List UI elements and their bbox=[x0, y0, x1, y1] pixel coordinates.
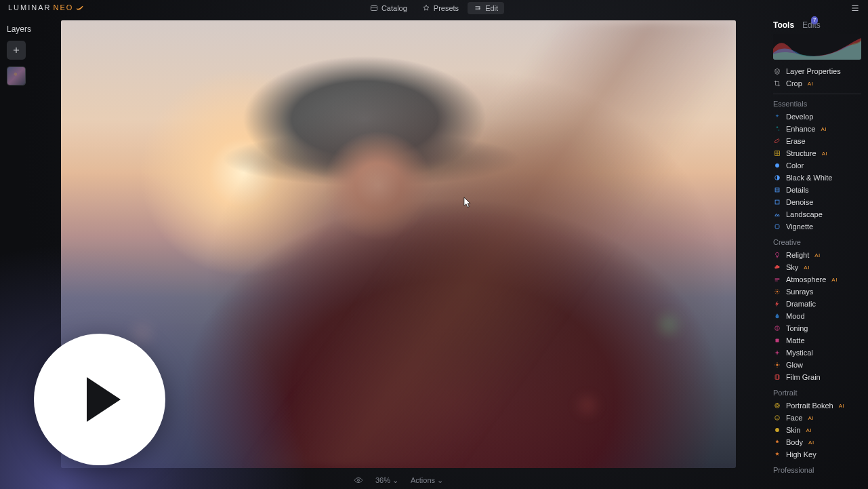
crop-icon bbox=[773, 79, 781, 87]
tool-body[interactable]: BodyAI bbox=[773, 436, 861, 448]
vignette-icon bbox=[773, 222, 781, 231]
nav-catalog[interactable]: Catalog bbox=[364, 2, 413, 14]
svg-rect-7 bbox=[775, 200, 779, 204]
landscape-icon bbox=[773, 210, 781, 218]
crop-ai-badge: AI bbox=[808, 81, 814, 87]
panel-tab-tools[interactable]: Tools bbox=[773, 20, 794, 30]
tool-develop[interactable]: Develop bbox=[773, 111, 861, 123]
section-header-portrait: Portrait bbox=[773, 389, 861, 397]
actions-dropdown[interactable]: Actions ⌄ bbox=[411, 476, 443, 485]
tool-label: Film Grain bbox=[786, 373, 821, 381]
tool-mystical[interactable]: Mystical bbox=[773, 347, 861, 359]
nav-edit[interactable]: Edit bbox=[468, 2, 504, 14]
tool-denoise[interactable]: Denoise bbox=[773, 196, 861, 208]
body-icon bbox=[773, 438, 781, 446]
tool-sky[interactable]: SkyAI bbox=[773, 261, 861, 273]
tool-label: Dramatic bbox=[786, 300, 816, 308]
tool-label: Structure bbox=[786, 149, 817, 157]
nav-presets[interactable]: Presets bbox=[416, 2, 465, 14]
layers-header: Layers bbox=[7, 24, 54, 34]
filmgrain-icon bbox=[773, 373, 781, 381]
ai-badge: AI bbox=[839, 403, 845, 409]
panel-tabs: 7 ToolsEdits bbox=[773, 20, 861, 30]
tool-label: Mood bbox=[786, 312, 805, 320]
actions-label: Actions ⌄ bbox=[411, 476, 443, 485]
tool-color[interactable]: Color bbox=[773, 159, 861, 172]
tool-bw[interactable]: Black & White bbox=[773, 172, 861, 184]
svg-point-12 bbox=[776, 364, 778, 366]
tool-label: Atmosphere bbox=[786, 275, 826, 283]
svg-point-4 bbox=[775, 163, 779, 168]
details-icon bbox=[773, 186, 781, 194]
tool-highkey[interactable]: High Key bbox=[773, 448, 861, 461]
nav-label: Catalog bbox=[381, 4, 407, 12]
tool-filmgrain[interactable]: Film Grain bbox=[773, 371, 861, 383]
tool-relight[interactable]: RelightAI bbox=[773, 249, 861, 261]
tool-label: Erase bbox=[786, 137, 806, 145]
sky-icon bbox=[773, 263, 781, 271]
tool-vignette[interactable]: Vignette bbox=[773, 220, 861, 233]
zoom-dropdown[interactable]: 36% ⌄ bbox=[375, 476, 398, 485]
mystical-icon bbox=[773, 349, 781, 357]
nav-label: Presets bbox=[434, 4, 459, 12]
section-header-creative: Creative bbox=[773, 238, 861, 246]
skin-icon bbox=[773, 426, 781, 434]
toning-icon bbox=[773, 324, 781, 332]
svg-rect-0 bbox=[371, 6, 377, 11]
top-nav: CatalogPresetsEdit bbox=[364, 2, 504, 14]
bw-icon bbox=[773, 174, 781, 182]
ai-badge: AI bbox=[822, 151, 828, 157]
dramatic-icon bbox=[773, 300, 781, 308]
tool-label: Sunrays bbox=[786, 288, 813, 296]
nav-label: Edit bbox=[485, 4, 498, 12]
erase-icon bbox=[773, 137, 781, 145]
ai-badge: AI bbox=[808, 415, 814, 421]
play-video-button[interactable] bbox=[34, 334, 165, 465]
brand-bird-icon bbox=[75, 3, 85, 12]
tool-skin[interactable]: SkinAI bbox=[773, 424, 861, 436]
tool-label: Glow bbox=[786, 361, 803, 369]
tool-bokeh[interactable]: Portrait BokehAI bbox=[773, 399, 861, 412]
tool-face[interactable]: FaceAI bbox=[773, 412, 861, 424]
tool-atmosphere[interactable]: AtmosphereAI bbox=[773, 273, 861, 286]
histogram[interactable] bbox=[773, 34, 861, 60]
main-menu-button[interactable] bbox=[850, 3, 860, 13]
tool-label: Toning bbox=[786, 324, 808, 332]
tool-label: Portrait Bokeh bbox=[786, 402, 833, 410]
tool-enhance[interactable]: EnhanceAI bbox=[773, 123, 861, 135]
tool-toning[interactable]: Toning bbox=[773, 322, 861, 334]
tool-glow[interactable]: Glow bbox=[773, 359, 861, 371]
tool-label: Vignette bbox=[786, 222, 813, 231]
relight-icon bbox=[773, 251, 781, 259]
tool-details[interactable]: Details bbox=[773, 184, 861, 196]
tool-dramatic[interactable]: Dramatic bbox=[773, 298, 861, 310]
add-layer-button[interactable] bbox=[7, 41, 26, 60]
atmosphere-icon bbox=[773, 275, 781, 283]
layer-thumbnail[interactable] bbox=[7, 66, 26, 85]
eye-icon bbox=[354, 475, 363, 485]
tool-structure[interactable]: StructureAI bbox=[773, 147, 861, 159]
tool-mood[interactable]: Mood bbox=[773, 310, 861, 322]
enhance-icon bbox=[773, 125, 781, 133]
face-icon bbox=[773, 414, 781, 422]
layers-icon bbox=[773, 67, 781, 75]
tool-label: High Key bbox=[786, 450, 817, 458]
tool-matte[interactable]: Matte bbox=[773, 334, 861, 347]
tool-sunrays[interactable]: Sunrays bbox=[773, 286, 861, 298]
mood-icon bbox=[773, 312, 781, 320]
layer-properties-label: Layer Properties bbox=[786, 67, 841, 75]
app-logo: LUMINAR NEO bbox=[8, 3, 85, 12]
visibility-toggle[interactable] bbox=[354, 475, 363, 485]
crop-row[interactable]: Crop AI bbox=[773, 77, 861, 90]
tool-landscape[interactable]: Landscape bbox=[773, 208, 861, 220]
layer-properties-row[interactable]: Layer Properties bbox=[773, 65, 861, 77]
tool-erase[interactable]: Erase bbox=[773, 135, 861, 147]
brand-text-left: LUMINAR bbox=[8, 3, 51, 12]
hamburger-icon bbox=[850, 3, 860, 13]
tool-label: Details bbox=[786, 186, 809, 194]
ai-badge: AI bbox=[831, 277, 838, 283]
svg-point-1 bbox=[479, 7, 480, 9]
develop-icon bbox=[773, 113, 781, 121]
tool-label: Body bbox=[786, 438, 803, 446]
svg-point-9 bbox=[777, 291, 779, 293]
